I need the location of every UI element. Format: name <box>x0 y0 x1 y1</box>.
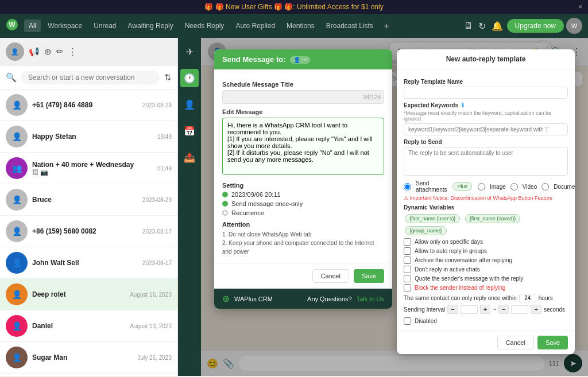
setting-label: Setting <box>222 182 384 189</box>
list-item[interactable]: 👤 Deep rolet August 16, 2023 <box>0 279 177 310</box>
conv-name: Bruce <box>32 196 138 204</box>
conv-date: August 16, 2023 <box>130 292 172 298</box>
keywords-label: Expected Keywords ℹ <box>404 102 568 108</box>
conv-name: Deep rolet <box>32 290 125 298</box>
video-radio[interactable] <box>510 183 518 191</box>
specific-days-check[interactable] <box>404 238 411 246</box>
recipient-tag: 👤 ··· <box>290 56 310 64</box>
ar-save-button[interactable]: Save <box>537 336 568 349</box>
export-tool-icon[interactable]: 📤 <box>180 148 199 166</box>
recurrence-label: Recurrence <box>231 209 264 216</box>
nav-tab-awaiting[interactable]: Awaiting Reply <box>123 20 178 32</box>
keywords-input[interactable] <box>404 123 568 135</box>
keywords-hint: *Message must exactly match the keyword,… <box>404 110 568 122</box>
calendar-tool-icon[interactable]: 📅 <box>180 122 199 140</box>
search-input[interactable] <box>21 71 160 84</box>
conversation-list: 👤 +61 (479) 846 4889 2023-08-29 👤 Happy … <box>0 90 177 376</box>
list-item[interactable]: 👤 +86 (159) 5680 0082 2023-08-17 <box>0 216 177 247</box>
nav-tab-auto-replied[interactable]: Auto Replied <box>231 20 280 32</box>
interval-max-minus-btn[interactable]: − <box>498 305 509 314</box>
monitor-icon[interactable]: 🖥 <box>463 21 473 31</box>
list-item[interactable]: 👤 Bruce 2023-08-29 <box>0 184 177 216</box>
banner-close[interactable]: × <box>578 3 582 11</box>
doc-radio[interactable] <box>541 183 549 191</box>
schedule-tool-icon[interactable]: 🕐 <box>180 69 199 87</box>
conv-name: +86 (159) 5680 0082 <box>32 227 138 235</box>
megaphone-icon[interactable]: 📢 <box>29 46 40 57</box>
hours-input[interactable] <box>519 294 536 302</box>
auto-reply-groups-check[interactable] <box>404 247 411 255</box>
chat-area: All schedule message will be collected h… <box>201 38 588 376</box>
save-button[interactable]: Save <box>354 269 384 283</box>
template-name-label: Reply Template Name <box>404 79 568 85</box>
more-icon[interactable]: ⋮ <box>68 46 77 57</box>
interval-max-input[interactable]: 5 <box>511 305 528 314</box>
conv-name: Daniel <box>32 322 125 330</box>
conv-date: 2023-08-17 <box>142 228 172 235</box>
date-time-value: 2023/09/06 20:11 <box>231 191 281 198</box>
send-modal-body: Schedule Message Title 34/128 Edit Messa… <box>214 69 392 263</box>
interval-max-plus-btn[interactable]: + <box>480 305 490 314</box>
list-item[interactable]: 👥 Nation + 40 more + Wednesday 🖼 📷 01:49 <box>0 153 177 184</box>
tag-group-name[interactable]: {group_name} <box>405 226 447 235</box>
option-plus[interactable]: Plus <box>452 182 472 191</box>
compose-icon[interactable]: ✏ <box>56 46 64 57</box>
filter-icon[interactable]: ⇅ <box>164 72 172 83</box>
quote-check[interactable] <box>404 275 411 282</box>
date-dot <box>222 192 228 197</box>
bell-icon[interactable]: 🔔 <box>492 21 503 32</box>
ar-cancel-button[interactable]: Cancel <box>497 336 534 349</box>
tag-firstname-saved[interactable]: {first_name (saved)} <box>465 214 521 223</box>
contacts-tool-icon[interactable]: 👤 <box>180 95 199 114</box>
disabled-check[interactable] <box>404 317 411 325</box>
conv-date: 2023-08-29 <box>142 102 172 108</box>
schedule-title-input[interactable] <box>222 90 384 104</box>
conv-name: Sugar Man <box>32 353 133 362</box>
interval-max-btn[interactable]: + <box>531 305 541 314</box>
nav-tab-workspace[interactable]: Workspace <box>43 20 87 32</box>
archive-check[interactable] <box>404 256 411 264</box>
interval-min-btn[interactable]: − <box>447 305 458 314</box>
list-item[interactable]: 👤 +61 7 1545 0000 July 26, 2023 <box>0 374 177 376</box>
list-item[interactable]: 👤 Daniel August 13, 2023 <box>0 310 177 342</box>
interval-label: Sending Interval <box>404 306 445 313</box>
no-active-check[interactable] <box>404 266 411 273</box>
add-tab-icon[interactable]: ＋ <box>382 20 391 32</box>
talk-link[interactable]: Talk to Us <box>357 296 384 302</box>
archive-label: Archive the conversation after replying <box>415 257 512 263</box>
recurrence-dot <box>222 210 228 216</box>
nav-tab-mentions[interactable]: Mentions <box>282 20 319 32</box>
upgrade-button[interactable]: Upgrade now <box>507 19 564 33</box>
tag-firstname-user[interactable]: {first_name (user's)} <box>405 214 460 223</box>
list-item[interactable]: 👤 Sugar Man July 26, 2023 <box>0 342 177 374</box>
video-label: Video <box>523 184 537 190</box>
avatar: 👤 <box>6 315 28 337</box>
nav-tab-unread[interactable]: Unread <box>89 20 121 32</box>
list-item[interactable]: 👤 +61 (479) 846 4889 2023-08-29 <box>0 90 177 121</box>
attach-radio[interactable] <box>404 183 411 191</box>
block-check[interactable] <box>404 284 411 292</box>
attention-1: 1. Do not close WhatsApp Web tab <box>222 230 384 239</box>
nav-tab-broadcast[interactable]: Broadcast Lists <box>322 20 378 32</box>
nav-tab-needs-reply[interactable]: Needs Reply <box>180 20 229 32</box>
sidebar: 👤 📢 ⊕ ✏ ⋮ 🔍 ⇅ 👤 +61 (479) 846 4889 2023-… <box>0 38 178 376</box>
status-icon[interactable]: ⊕ <box>44 46 52 57</box>
list-item[interactable]: 👤 John Walt Sell 2023-08-17 <box>0 247 177 279</box>
tools-sidebar: ✈ 🕐 👤 📅 📤 <box>178 38 201 376</box>
app-logo: W <box>6 18 18 34</box>
search-icon[interactable]: 🔍 <box>6 72 17 83</box>
cancel-button[interactable]: Cancel <box>312 269 349 283</box>
interval-min-input[interactable]: 3 <box>461 305 478 314</box>
user-avatar[interactable]: W <box>566 18 582 34</box>
template-name-input[interactable] <box>404 87 568 99</box>
reply-textarea[interactable] <box>404 147 568 176</box>
send-tool-icon[interactable]: ✈ <box>180 42 199 61</box>
send-modal-title: Send Message to: <box>222 55 286 64</box>
refresh-icon[interactable]: ↻ <box>478 21 486 32</box>
list-item[interactable]: 👤 Happy Stefan 19:49 <box>0 121 177 153</box>
image-radio[interactable] <box>478 183 485 191</box>
message-textarea[interactable]: Hi, there is a WhatsApp CRM tool I want … <box>222 118 384 175</box>
nav-tab-all[interactable]: All <box>24 20 41 32</box>
dynamic-tags: {first_name (user's)} {first_name (saved… <box>404 212 568 236</box>
avatar: 👤 <box>6 94 28 116</box>
